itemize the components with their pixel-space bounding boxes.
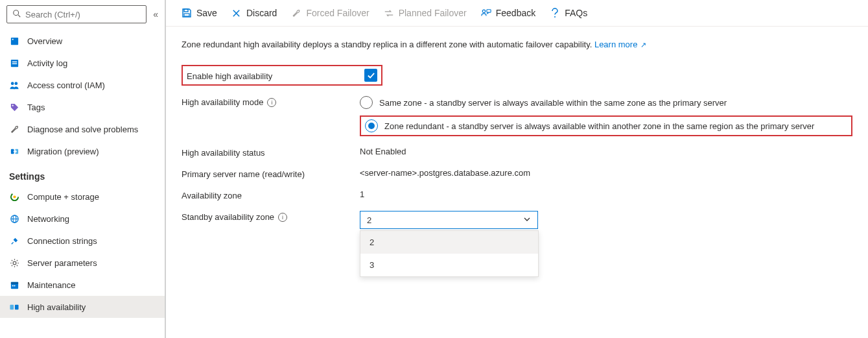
radio-label: Same zone - a standby server is always a…: [379, 98, 727, 108]
svg-point-26: [482, 10, 485, 12]
svg-rect-6: [12, 63, 17, 64]
svg-rect-22: [10, 304, 14, 309]
feedback-icon: [481, 8, 491, 18]
check-icon: [367, 71, 375, 80]
sidebar-item-label: Maintenance: [27, 280, 75, 290]
radio-label: Zone redundant - a standby server is alw…: [384, 121, 814, 131]
sidebar-heading-settings: Settings: [0, 162, 165, 186]
save-icon: [182, 8, 192, 18]
radio-icon: [365, 119, 378, 132]
search-input[interactable]: [25, 10, 141, 19]
svg-line-1: [18, 14, 20, 16]
description: Zone redundant high availability deploys…: [182, 40, 852, 49]
forced-failover-icon: [291, 8, 301, 18]
svg-point-8: [14, 82, 18, 85]
svg-rect-21: [14, 285, 15, 286]
external-link-icon: ↗: [639, 41, 646, 49]
globe-icon: [9, 213, 19, 224]
sidebar-item-label: Compute + storage: [27, 192, 99, 202]
planned-failover-icon: [384, 8, 394, 18]
availability-zone-value: 1: [360, 189, 852, 199]
sidebar-item-maintenance[interactable]: Maintenance: [0, 274, 165, 296]
toolbar-label: Forced Failover: [306, 8, 369, 18]
log-icon: [9, 58, 19, 68]
collapse-sidebar-icon[interactable]: «: [153, 9, 158, 19]
availability-zone-row: Availability zone 1: [182, 184, 852, 206]
svg-rect-27: [487, 10, 491, 12]
primary-server-row: Primary server name (read/write) <server…: [182, 163, 852, 184]
sidebar-item-label: Server parameters: [27, 258, 97, 268]
wrench-icon: [9, 124, 19, 134]
availability-zone-label: Availability zone: [182, 189, 360, 200]
sidebar-list: Overview Activity log Access control (IA…: [0, 30, 165, 333]
sidebar-item-label: Tags: [27, 103, 45, 112]
sidebar-item-access-control[interactable]: Access control (IAM): [0, 74, 165, 96]
info-icon[interactable]: i: [267, 98, 276, 107]
svg-rect-2: [10, 37, 18, 44]
server-icon: [9, 36, 19, 46]
discard-button[interactable]: Discard: [231, 8, 277, 18]
discard-icon: [231, 8, 242, 18]
ha-icon: [9, 302, 19, 312]
save-button[interactable]: Save: [182, 8, 217, 18]
sidebar-item-compute-storage[interactable]: Compute + storage: [0, 186, 165, 208]
faqs-button[interactable]: FAQs: [550, 8, 587, 18]
sidebar-item-label: Diagnose and solve problems: [27, 125, 138, 134]
search-box[interactable]: [6, 5, 147, 23]
svg-point-17: [13, 261, 16, 265]
sidebar-item-overview[interactable]: Overview: [0, 30, 165, 52]
sidebar-item-connection-strings[interactable]: Connection strings: [0, 230, 165, 252]
sidebar-item-label: Activity log: [27, 58, 67, 68]
search-row: «: [0, 5, 165, 30]
svg-point-13: [13, 195, 16, 198]
calendar-icon: [9, 280, 19, 290]
radio-icon: [360, 96, 373, 109]
toolbar-label: Feedback: [496, 8, 535, 18]
ha-mode-row: High availability mode i Same zone - a s…: [182, 91, 852, 141]
people-icon: [9, 80, 19, 90]
enable-ha-row: Enable high availability: [182, 60, 852, 91]
radio-same-zone[interactable]: Same zone - a standby server is always a…: [360, 96, 852, 109]
svg-rect-25: [184, 14, 189, 16]
gauge-icon: [9, 191, 19, 202]
content: Zone redundant high availability deploys…: [166, 27, 868, 338]
sidebar-item-label: Connection strings: [27, 236, 97, 246]
svg-rect-20: [12, 285, 13, 286]
sidebar-item-migration[interactable]: Migration (preview): [0, 140, 165, 162]
sidebar-item-high-availability[interactable]: High availability: [0, 296, 165, 318]
toolbar: Save Discard Forced Failover Planned Fai…: [166, 0, 868, 27]
dropdown-option[interactable]: 2: [360, 231, 538, 254]
enable-ha-checkbox[interactable]: [364, 69, 377, 82]
ha-status-value: Not Enabled: [360, 147, 852, 156]
standby-zone-select[interactable]: 2: [360, 211, 538, 229]
svg-rect-23: [15, 304, 19, 309]
tag-icon: [9, 102, 19, 112]
toolbar-label: Discard: [246, 8, 277, 18]
ha-status-row: High availability status Not Enabled: [182, 141, 852, 163]
svg-point-9: [12, 104, 13, 106]
chevron-down-icon: [523, 215, 531, 225]
planned-failover-button: Planned Failover: [384, 8, 467, 18]
sidebar-item-networking[interactable]: Networking: [0, 208, 165, 230]
sidebar-item-server-parameters[interactable]: Server parameters: [0, 252, 165, 274]
sidebar-item-label: Access control (IAM): [27, 80, 105, 90]
ha-mode-label: High availability mode i: [182, 96, 360, 107]
learn-more-link[interactable]: Learn more ↗: [594, 40, 647, 49]
sidebar-item-label: Overview: [27, 36, 62, 46]
ha-status-label: High availability status: [182, 147, 360, 158]
enable-ha-label: Enable high availability: [187, 70, 272, 81]
description-text: Zone redundant high availability deploys…: [182, 40, 592, 49]
sidebar-item-label: High availability: [27, 302, 86, 312]
gear-icon: [9, 258, 19, 268]
info-icon[interactable]: i: [278, 213, 287, 222]
sidebar-item-diagnose[interactable]: Diagnose and solve problems: [0, 118, 165, 140]
radio-zone-redundant[interactable]: Zone redundant - a standby server is alw…: [360, 115, 852, 136]
standby-zone-dropdown: 2 3: [360, 230, 539, 277]
sidebar-item-activity-log[interactable]: Activity log: [0, 52, 165, 74]
sidebar-item-tags[interactable]: Tags: [0, 96, 165, 118]
dropdown-option[interactable]: 3: [360, 254, 538, 276]
svg-rect-19: [10, 282, 18, 284]
feedback-button[interactable]: Feedback: [481, 8, 535, 18]
help-icon: [550, 8, 560, 18]
standby-zone-label: Standby availability zone i: [182, 211, 360, 222]
